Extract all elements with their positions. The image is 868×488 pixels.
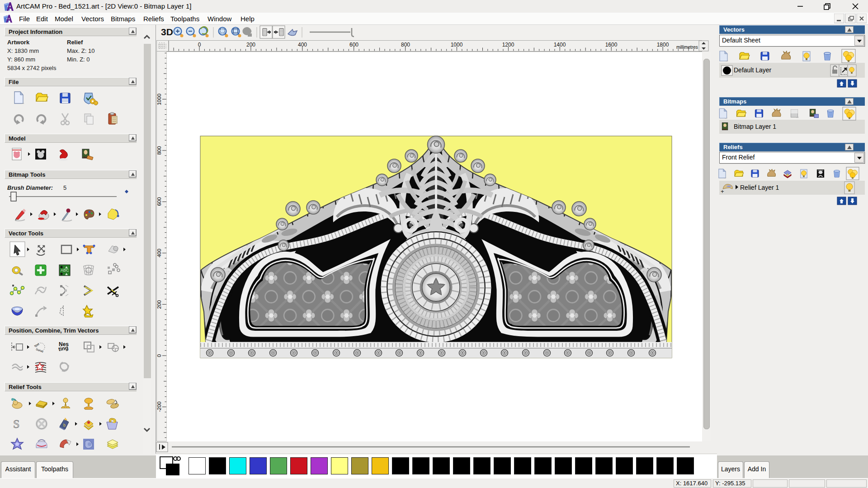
- svg-text:1400: 1400: [554, 42, 566, 48]
- svg-text:S: S: [13, 418, 19, 431]
- svg-text:-200: -200: [156, 401, 162, 412]
- svg-text:millimetres: millimetres: [676, 45, 698, 50]
- svg-text:400: 400: [156, 249, 162, 257]
- svg-text:1800: 1800: [657, 42, 669, 48]
- svg-text:0: 0: [198, 42, 201, 48]
- svg-text:b: b: [63, 423, 66, 427]
- svg-text:1600: 1600: [605, 42, 618, 48]
- svg-text:ABC: ABC: [61, 268, 69, 272]
- svg-text:800: 800: [156, 146, 162, 155]
- svg-text:600: 600: [156, 197, 162, 206]
- svg-text:0: 0: [156, 354, 162, 357]
- svg-text:1200: 1200: [502, 42, 514, 48]
- svg-text:+: +: [721, 188, 724, 195]
- svg-text:800: 800: [401, 42, 410, 48]
- svg-text:200: 200: [156, 300, 162, 309]
- svg-text:ting: ting: [58, 344, 69, 352]
- svg-text:200: 200: [246, 42, 255, 48]
- svg-text:600: 600: [349, 42, 359, 48]
- svg-text:3D: 3D: [161, 27, 173, 37]
- svg-text:1000: 1000: [451, 42, 463, 48]
- svg-text:1000: 1000: [156, 94, 162, 105]
- svg-text:400: 400: [298, 42, 307, 48]
- svg-text:curve: curve: [36, 347, 44, 353]
